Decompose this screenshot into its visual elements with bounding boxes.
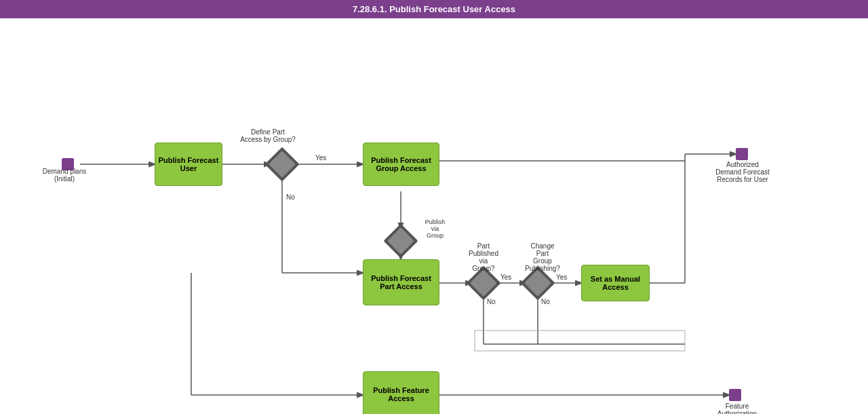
arrows-svg xyxy=(0,18,868,412)
yes3-label: Yes xyxy=(556,274,567,281)
page-title: 7.28.6.1. Publish Forecast User Access xyxy=(353,4,515,14)
no1-label: No xyxy=(286,193,295,201)
publish-feature-access-label: Publish Feature Access xyxy=(366,386,436,402)
part-published-label: PartPublishedviaGroup? xyxy=(458,242,509,272)
publish-forecast-user-box: Publish Forecast User xyxy=(155,143,222,186)
authorized-demand-label: AuthorizedDemand ForecastRecords for Use… xyxy=(702,161,783,183)
publish-forecast-user-label: Publish Forecast User xyxy=(158,156,219,172)
yes2-label: Yes xyxy=(500,274,511,281)
yes1-label: Yes xyxy=(315,154,326,162)
publish-forecast-group-box: Publish Forecast Group Access xyxy=(363,143,439,186)
publish-forecast-group-label: Publish Forecast Group Access xyxy=(366,156,436,172)
publish-forecast-part-label: Publish Forecast Part Access xyxy=(366,274,436,290)
end-node-authorized xyxy=(736,148,748,160)
change-part-group-label: ChangePartGroupPublishing? xyxy=(515,242,570,272)
publish-forecast-part-box: Publish Forecast Part Access xyxy=(363,259,439,305)
no2-label: No xyxy=(487,298,496,305)
diamond-publish-via-group xyxy=(384,224,418,259)
end-node-feature xyxy=(729,389,741,401)
diamond-define-part xyxy=(265,147,300,182)
demand-plans-label: Demand plans (Initial) xyxy=(41,168,88,183)
define-part-label: Define PartAccess by Group? xyxy=(234,128,302,143)
title-bar: 7.28.6.1. Publish Forecast User Access xyxy=(0,0,868,18)
svg-rect-21 xyxy=(475,331,685,351)
set-manual-access-box: Set as Manual Access xyxy=(581,265,650,301)
publish-via-group-label: PublishviaGroup xyxy=(416,219,454,239)
feature-authorization-label: FeatureAuthorization xyxy=(710,402,764,414)
set-manual-access-label: Set as Manual Access xyxy=(585,275,646,291)
diagram-canvas: Demand plans (Initial) Publish Forecast … xyxy=(0,18,868,412)
publish-feature-access-box: Publish Feature Access xyxy=(363,371,439,414)
no3-label: No xyxy=(541,298,550,305)
bounding-rect-svg xyxy=(0,18,868,412)
